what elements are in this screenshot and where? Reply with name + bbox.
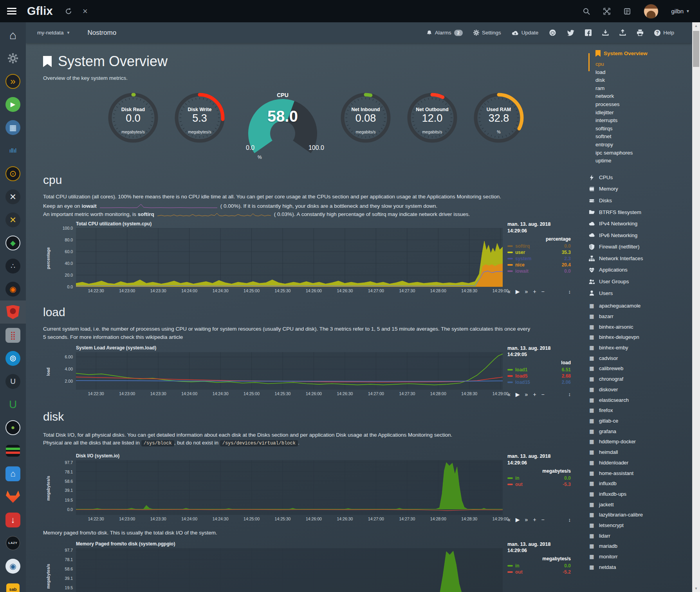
toc-app-monitorr[interactable]: ▦monitorr	[588, 552, 690, 562]
resize-handle-icon[interactable]: ↕	[568, 391, 571, 397]
download-app-icon[interactable]: ↓	[0, 508, 26, 531]
legend-row-out[interactable]: out-5.2	[507, 569, 572, 575]
toc-item-load[interactable]: load	[595, 68, 690, 77]
toc-app-binhex-emby[interactable]: ▦binhex-emby	[588, 343, 690, 353]
drone-white-icon[interactable]: ×	[0, 185, 26, 208]
zoom-in-button[interactable]: +	[533, 391, 536, 398]
grafana-flame-icon[interactable]: ◉	[0, 277, 26, 300]
resize-handle-icon[interactable]: ↕	[568, 517, 571, 523]
toc-item-disk[interactable]: disk	[595, 76, 690, 85]
ubooquity-icon[interactable]: U	[0, 370, 26, 393]
facebook-icon[interactable]	[585, 29, 592, 36]
toc-section-ipv4-networking[interactable]: IPv4 Networking	[588, 218, 690, 230]
memory-paged-chart[interactable]: megabytes/s97.778.158.639.119.50.0Memory…	[43, 541, 572, 592]
user-menu[interactable]: gilbn▼	[671, 8, 690, 14]
toc-item-ram[interactable]: ram	[595, 85, 690, 93]
skip-forward-button[interactable]: »	[525, 288, 528, 295]
iowait-sparkline[interactable]	[100, 203, 217, 209]
resize-handle-icon[interactable]: ↕	[568, 289, 571, 295]
toc-header[interactable]: System Overview	[588, 50, 690, 57]
toc-item-uptime[interactable]: uptime	[595, 157, 690, 165]
toc-app-firefox[interactable]: ▦firefox	[588, 405, 690, 416]
legend-row-load5[interactable]: load52.68	[507, 373, 572, 379]
toc-item-entropy[interactable]: entropy	[595, 141, 690, 149]
deluge-icon[interactable]: ◉	[0, 554, 26, 578]
hamburger-menu-icon[interactable]	[7, 6, 16, 16]
ring-gauge-net-inbound[interactable]: Net Inbound0.08megabits/s	[335, 92, 396, 160]
toc-section-network-interfaces[interactable]: Network Interfaces	[588, 253, 690, 265]
shield-app-icon[interactable]	[0, 300, 26, 324]
ring-gauge-disk-read[interactable]: Disk Read0.0megabytes/s	[103, 92, 164, 160]
toc-section-ipv6-networking[interactable]: IPv6 Networking	[588, 230, 690, 241]
refresh-icon[interactable]	[65, 7, 72, 15]
drone-yellow-icon[interactable]: ×	[0, 208, 26, 231]
emby-icon[interactable]: ▶	[0, 93, 26, 116]
toc-app-binhex-airsonic[interactable]: ▦binhex-airsonic	[588, 322, 690, 333]
ring-gauge-disk-write[interactable]: Disk Write5.3megabytes/s	[169, 92, 230, 160]
toc-app-hiddenloader[interactable]: ▦hiddenloader	[588, 458, 690, 468]
airsonic-eq-icon[interactable]: ıllıl	[0, 139, 26, 162]
gitlab-fox-icon[interactable]	[0, 485, 26, 508]
legend-row-in[interactable]: in0.0	[507, 563, 572, 569]
news-icon[interactable]	[623, 7, 631, 15]
chart-canvas[interactable]	[76, 548, 503, 592]
toc-app-grafana[interactable]: ▦grafana	[588, 426, 690, 437]
tautulli-icon[interactable]: »	[0, 70, 26, 93]
legend-row-out[interactable]: out-5.3	[507, 481, 572, 488]
toc-section-firewall-netfilter-[interactable]: Firewall (netfilter)	[588, 241, 690, 253]
toc-section-user-groups[interactable]: User Groups	[588, 276, 690, 288]
zoom-out-button[interactable]: −	[541, 516, 545, 523]
toc-app-diskover[interactable]: ▦diskover	[588, 385, 690, 395]
chart-canvas[interactable]	[76, 228, 503, 287]
toc-item-network[interactable]: network	[595, 92, 690, 101]
zoom-out-button[interactable]: −	[541, 391, 545, 398]
page-scrollbar[interactable]: ▲ ▼	[692, 22, 700, 592]
toc-section-users[interactable]: Users	[588, 288, 690, 299]
media-tile-icon[interactable]: ▦	[0, 116, 26, 139]
ring-gauge-net-outbound[interactable]: Net Outbound12.0megabits/s	[402, 92, 463, 160]
toc-app-home-assistant[interactable]: ▦home-assistant	[588, 468, 690, 479]
play-button[interactable]: ▶	[516, 516, 520, 523]
toc-app-lidarr[interactable]: ▦lidarr	[588, 531, 690, 542]
print-icon[interactable]	[637, 29, 644, 36]
toc-section-disks[interactable]: Disks	[588, 195, 690, 207]
alarms-button[interactable]: Alarms 2	[426, 30, 463, 36]
zoom-in-button[interactable]: +	[533, 288, 536, 295]
legend-row-user[interactable]: user35.3	[507, 249, 572, 256]
toc-section-btrfs-filesystem[interactable]: BTRFS filesystem	[588, 207, 690, 218]
search-app-icon[interactable]: ⊙	[0, 162, 26, 185]
search-icon[interactable]	[583, 7, 590, 15]
toc-app-cadvisor[interactable]: ▦cadvisor	[588, 353, 690, 364]
legend-row-nice[interactable]: nice20.4	[507, 262, 572, 268]
toc-app-elasticsearch[interactable]: ▦elasticsearch	[588, 395, 690, 406]
twitter-icon[interactable]	[567, 30, 574, 36]
skip-forward-button[interactable]: »	[525, 516, 528, 523]
toc-app-heimdall[interactable]: ▦heimdall	[588, 447, 690, 458]
zoom-in-button[interactable]: +	[533, 516, 536, 523]
settings-gear-icon[interactable]	[0, 47, 26, 70]
traffic-bars-icon[interactable]	[0, 439, 26, 462]
toc-app-influxdb[interactable]: ▦influxdb	[588, 479, 690, 489]
disk-io-chart[interactable]: megabytes/s97.778.158.639.119.50.0Disk I…	[43, 453, 572, 524]
close-tab-icon[interactable]: ×	[83, 6, 88, 16]
toc-app-netdata[interactable]: ▦netdata	[588, 562, 690, 573]
toc-app-calibreweb[interactable]: ▦calibreweb	[588, 363, 690, 374]
legend-row-load1[interactable]: load16.51	[507, 367, 572, 373]
download-icon[interactable]	[602, 29, 609, 36]
shell-app-icon[interactable]: ●	[0, 416, 26, 439]
softirq-sparkline[interactable]	[157, 211, 271, 217]
toc-item-processes[interactable]: processes	[595, 101, 690, 109]
toc-app-gitlab-ce[interactable]: ▦gitlab-ce	[588, 416, 690, 426]
toc-item-interrupts[interactable]: interrupts	[595, 117, 690, 125]
toc-app-binhex-delugevpn[interactable]: ▦binhex-delugevpn	[588, 332, 690, 343]
toc-app-hddtemp-docker[interactable]: ▦hddtemp-docker	[588, 437, 690, 447]
node-network-icon[interactable]: ∴	[0, 254, 26, 277]
ring-gauge-used-ram[interactable]: Used RAM32.8%	[468, 92, 529, 160]
toc-item-softnet[interactable]: softnet	[595, 133, 690, 141]
toc-section-memory[interactable]: Memory	[588, 183, 690, 195]
resilio-icon[interactable]: ⊚	[0, 347, 26, 370]
load-chart[interactable]: load6.004.002.00System Load Average (sys…	[43, 345, 572, 398]
green-u-icon[interactable]: U	[0, 393, 26, 416]
cpu-gauge[interactable]: CPU58.00.0100.0%	[236, 92, 330, 166]
toc-item-idlejitter[interactable]: idlejitter	[595, 109, 690, 117]
